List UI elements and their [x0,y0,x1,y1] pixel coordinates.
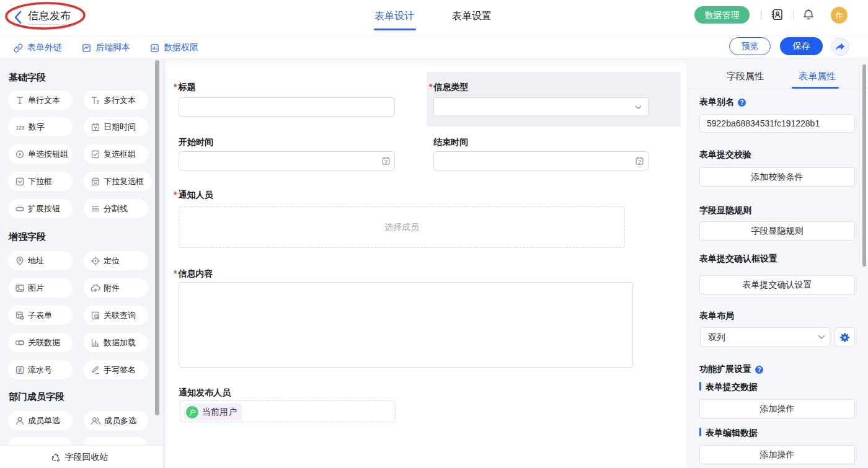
svg-text:123: 123 [16,124,24,130]
